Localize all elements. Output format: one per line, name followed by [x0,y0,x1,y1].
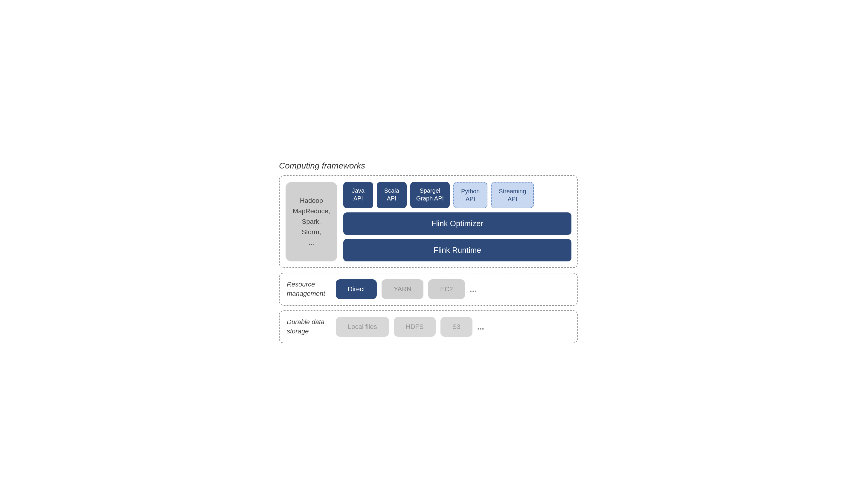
resource-ellipsis: ... [470,284,477,294]
computing-frameworks-box: HadoopMapReduce,Spark,Storm,... JavaAPI … [279,175,578,268]
diagram-title: Computing frameworks [279,161,578,171]
durable-storage-label: Durable datastorage [287,317,329,336]
storage-boxes-row: Local files HDFS S3 ... [336,317,484,337]
flink-optimizer-bar: Flink Optimizer [343,212,571,235]
python-api-box: PythonAPI [453,182,487,208]
right-column: JavaAPI ScalaAPI SpargelGraph API Python… [343,182,571,261]
resource-management-box: Resourcemanagement Direct YARN EC2 ... [279,273,578,306]
yarn-box: YARN [382,279,423,299]
durable-storage-box: Durable datastorage Local files HDFS S3 … [279,310,578,343]
local-files-box: Local files [336,317,389,337]
spargel-api-box: SpargelGraph API [410,182,450,208]
scala-api-box: ScalaAPI [377,182,407,208]
hdfs-box: HDFS [394,317,436,337]
diagram-container: Computing frameworks HadoopMapReduce,Spa… [279,161,578,343]
java-api-box: JavaAPI [343,182,373,208]
hadoop-box: HadoopMapReduce,Spark,Storm,... [286,182,337,261]
direct-box: Direct [336,279,377,299]
storage-ellipsis: ... [477,322,484,332]
ec2-box: EC2 [428,279,465,299]
streaming-api-box: StreamingAPI [491,182,534,208]
api-row: JavaAPI ScalaAPI SpargelGraph API Python… [343,182,571,208]
s3-box: S3 [440,317,472,337]
resource-boxes-row: Direct YARN EC2 ... [336,279,477,299]
hadoop-text: HadoopMapReduce,Spark,Storm,... [293,195,330,248]
flink-runtime-bar: Flink Runtime [343,239,571,261]
resource-management-label: Resourcemanagement [287,280,329,298]
